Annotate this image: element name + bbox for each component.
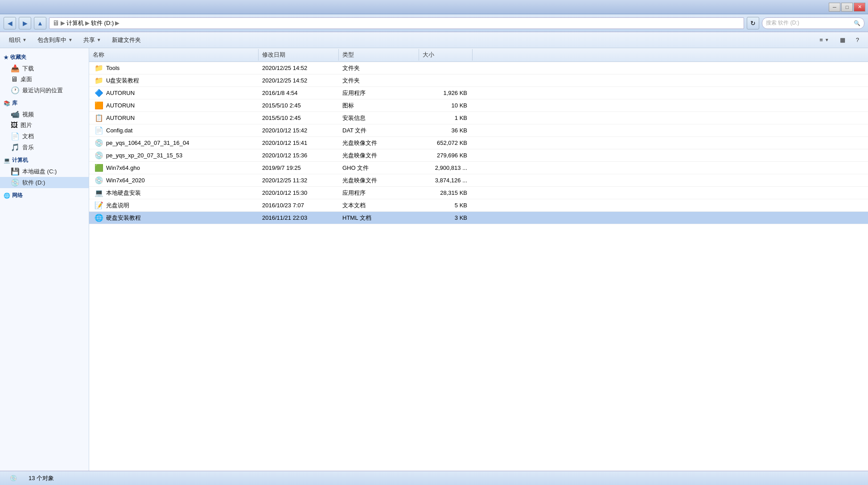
include-library-button[interactable]: 包含到库中 ▼ — [33, 34, 77, 46]
file-modified: 2020/10/12 15:42 — [259, 125, 339, 136]
table-row[interactable]: 🟧 AUTORUN 2015/5/10 2:45 图标 10 KB — [89, 99, 868, 112]
minimize-button[interactable]: ─ — [829, 3, 840, 12]
view-options-button[interactable]: ≡ ▼ — [815, 34, 834, 46]
status-bar: 💿 13 个对象 — [0, 471, 868, 485]
c-drive-icon: 💾 — [11, 167, 20, 176]
sidebar-item-c-drive[interactable]: 💾 本地磁盘 (C:) — [0, 166, 89, 177]
table-row[interactable]: 📁 Tools 2020/12/25 14:52 文件夹 — [89, 62, 868, 74]
file-type: GHO 文件 — [339, 162, 419, 173]
table-row[interactable]: 💿 pe_yqs_xp_20_07_31_15_53 2020/10/12 15… — [89, 149, 868, 162]
file-size — [419, 75, 473, 86]
file-name: 💿 pe_yqs_1064_20_07_31_16_04 — [89, 137, 259, 148]
sidebar-section-computer: 💻 计算机 💾 本地磁盘 (C:) 💿 软件 (D:) — [0, 155, 89, 188]
pictures-icon: 🖼 — [11, 121, 18, 129]
sidebar-item-recent[interactable]: 🕐 最近访问的位置 — [0, 85, 89, 96]
library-dropdown-arrow: ▼ — [68, 37, 73, 42]
organize-dropdown-arrow: ▼ — [22, 37, 27, 42]
table-row[interactable]: 💿 Win7x64_2020 2020/12/25 11:32 光盘映像文件 3… — [89, 174, 868, 187]
col-size[interactable]: 大小 — [419, 49, 473, 61]
preview-pane-button[interactable]: ▦ — [835, 34, 850, 46]
file-size: 10 KB — [419, 100, 473, 111]
table-row[interactable]: 📝 光盘说明 2016/10/23 7:07 文本文档 5 KB — [89, 199, 868, 212]
file-type: 光盘映像文件 — [339, 175, 419, 186]
file-type: 文件夹 — [339, 62, 419, 74]
library-icon: 📚 — [4, 100, 10, 107]
share-button[interactable]: 共享 ▼ — [79, 34, 106, 46]
help-button[interactable]: ? — [852, 34, 864, 46]
table-row[interactable]: 📁 U盘安装教程 2020/12/25 14:52 文件夹 — [89, 74, 868, 87]
maximize-button[interactable]: □ — [841, 3, 853, 12]
column-headers: 名称 修改日期 类型 大小 — [89, 48, 868, 62]
view-options-icon: ≡ — [819, 37, 823, 43]
table-row[interactable]: 🌐 硬盘安装教程 2016/11/21 22:03 HTML 文档 3 KB — [89, 212, 868, 224]
file-icon: 📋 — [95, 114, 103, 122]
table-row[interactable]: 🔷 AUTORUN 2016/1/8 4:54 应用程序 1,926 KB — [89, 87, 868, 99]
file-name: 📋 AUTORUN — [89, 112, 259, 123]
col-modified[interactable]: 修改日期 — [259, 49, 339, 61]
sidebar-item-downloads[interactable]: 📥 下载 — [0, 63, 89, 74]
recent-icon: 🕐 — [11, 86, 20, 95]
file-modified: 2020/10/12 15:36 — [259, 150, 339, 161]
status-count: 13 个对象 — [29, 474, 54, 482]
file-size — [419, 62, 473, 74]
file-icon: 💿 — [95, 176, 103, 185]
network-header[interactable]: 🌐 网络 — [0, 190, 89, 201]
table-row[interactable]: 📋 AUTORUN 2015/5/10 2:45 安装信息 1 KB — [89, 112, 868, 124]
table-row[interactable]: 📄 Config.dat 2020/10/12 15:42 DAT 文件 36 … — [89, 124, 868, 137]
music-icon: 🎵 — [11, 143, 20, 152]
table-row[interactable]: 💿 pe_yqs_1064_20_07_31_16_04 2020/10/12 … — [89, 137, 868, 149]
sidebar-item-documents[interactable]: 📄 文档 — [0, 131, 89, 142]
file-type: 图标 — [339, 100, 419, 111]
file-name: 🟩 Win7x64.gho — [89, 162, 259, 173]
back-button[interactable]: ◀ — [4, 17, 16, 29]
col-name[interactable]: 名称 — [89, 49, 259, 61]
file-modified: 2020/10/12 15:30 — [259, 187, 339, 198]
file-name: 🔷 AUTORUN — [89, 87, 259, 99]
sidebar-item-music[interactable]: 🎵 音乐 — [0, 142, 89, 153]
close-button[interactable]: ✕ — [854, 3, 865, 12]
desktop-icon: 🖥 — [11, 75, 18, 83]
organize-button[interactable]: 组织 ▼ — [4, 34, 31, 46]
file-size: 36 KB — [419, 125, 473, 136]
title-bar: ─ □ ✕ — [0, 0, 868, 14]
favorites-header[interactable]: ★ 收藏夹 — [0, 52, 89, 63]
forward-button[interactable]: ▶ — [19, 17, 31, 29]
sidebar-item-d-drive[interactable]: 💿 软件 (D:) — [0, 177, 89, 188]
d-drive-icon: 💿 — [11, 178, 20, 187]
libraries-header[interactable]: 📚 库 — [0, 98, 89, 109]
path-computer: 计算机 — [66, 19, 84, 27]
file-size: 2,900,813 ... — [419, 162, 473, 173]
refresh-button[interactable]: ↻ — [747, 17, 759, 29]
computer-header[interactable]: 💻 计算机 — [0, 155, 89, 166]
sidebar-item-desktop[interactable]: 🖥 桌面 — [0, 74, 89, 85]
search-bar[interactable]: 搜索 软件 (D:) 🔍 — [762, 17, 864, 29]
search-icon: 🔍 — [854, 20, 860, 26]
file-size: 1,926 KB — [419, 87, 473, 99]
table-row[interactable]: 🟩 Win7x64.gho 2019/9/7 19:25 GHO 文件 2,90… — [89, 162, 868, 174]
file-icon: 🌐 — [95, 214, 103, 222]
table-row[interactable]: 💻 本地硬盘安装 2020/10/12 15:30 应用程序 28,315 KB — [89, 187, 868, 199]
network-icon: 🌐 — [4, 193, 10, 199]
sidebar-item-video[interactable]: 📹 视频 — [0, 109, 89, 120]
file-modified: 2015/5/10 2:45 — [259, 100, 339, 111]
up-button[interactable]: ▲ — [34, 17, 46, 29]
documents-icon: 📄 — [11, 132, 20, 140]
file-modified: 2016/11/21 22:03 — [259, 212, 339, 223]
file-modified: 2020/12/25 14:52 — [259, 75, 339, 86]
file-list: 📁 Tools 2020/12/25 14:52 文件夹 📁 U盘安装教程 20… — [89, 62, 868, 471]
share-dropdown-arrow: ▼ — [97, 37, 101, 42]
file-size: 1 KB — [419, 112, 473, 123]
col-type[interactable]: 类型 — [339, 49, 419, 61]
file-icon: 🟩 — [95, 164, 103, 172]
new-folder-button[interactable]: 新建文件夹 — [107, 34, 145, 46]
toolbar: 组织 ▼ 包含到库中 ▼ 共享 ▼ 新建文件夹 ≡ ▼ ▦ ? — [0, 32, 868, 48]
file-icon: 🔷 — [95, 89, 103, 97]
file-icon: 📁 — [95, 76, 103, 85]
sidebar-item-pictures[interactable]: 🖼 图片 — [0, 120, 89, 131]
file-type: 光盘映像文件 — [339, 150, 419, 161]
toolbar-right: ≡ ▼ ▦ ? — [815, 34, 864, 46]
file-type: HTML 文档 — [339, 212, 419, 223]
file-size: 279,696 KB — [419, 150, 473, 161]
file-icon: 📁 — [95, 64, 103, 72]
address-path[interactable]: 🖥 ▶ 计算机 ▶ 软件 (D:) ▶ — [49, 17, 744, 29]
